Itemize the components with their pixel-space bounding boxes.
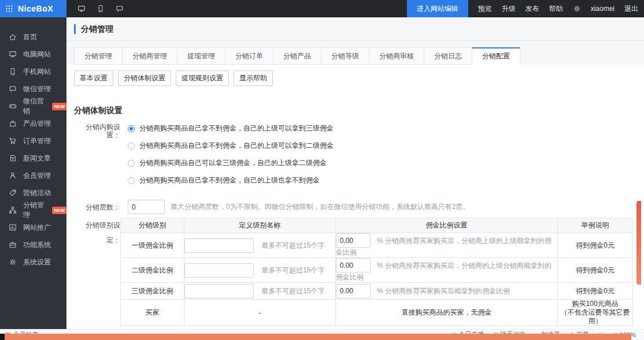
radio-icon[interactable] (128, 177, 135, 184)
bar-chart-icon (9, 223, 17, 231)
sidebar-item-distribution[interactable]: 分销管理 NEW (0, 201, 66, 219)
level3-rate-input[interactable] (336, 284, 371, 298)
tab-bar: 分销管理 分销商管理 提现管理 分销订单 分销产品 分销等级 分销商审核 分销日… (74, 47, 520, 65)
chat-bubble-icon (9, 85, 17, 93)
sidebar-item-pc-site[interactable]: 电脑网站 (0, 46, 66, 63)
table-header-row: 分销级别 定义级别名称 佣金比例设置 举例说明 (121, 218, 633, 233)
tab-logs[interactable]: 分销日志 (424, 47, 472, 65)
withdraw-rules-button[interactable]: 提现规则设置 (176, 70, 229, 86)
radio-option-4[interactable]: 分销商购买商品自己拿不到佣金，自己的上级也拿不到佣金 (128, 175, 334, 185)
section-heading-system: 分销体制设置 (74, 106, 644, 116)
tab-distributor-review[interactable]: 分销商审核 (369, 47, 424, 65)
example-cell: 得到佣金0元 (558, 233, 633, 258)
mobile-site-icon[interactable] (97, 5, 105, 13)
document-icon (9, 154, 17, 162)
level3-name-input[interactable] (184, 284, 254, 298)
inner-purchase-row: 分销内购设置： 分销商购买商品自己拿不到佣金，自己的上级可以拿到三级佣金 分销商… (74, 123, 644, 193)
sidebar-item-home[interactable]: 首页 (0, 28, 66, 46)
distribution-system-settings-button[interactable]: 分销体制设置 (118, 70, 171, 86)
tab-distribution[interactable]: 分销管理 (74, 47, 123, 65)
tab-products[interactable]: 分销产品 (273, 47, 321, 65)
levels-row: 分销层数： 最大分销商层数，0为不限制。因微信分销限制，如在微信使用分销功能，系… (74, 200, 644, 215)
sidebar-item-members[interactable]: 会员管理 (0, 167, 66, 184)
level1-name-input[interactable] (184, 238, 254, 253)
table-row-level2: 二级佣金比例 最多不可超过15个字 % 分销商推荐买家购买后，分销商的上级分销商… (121, 258, 633, 283)
sidebar-item-promotion[interactable]: 网站推广 (0, 219, 66, 236)
subnav: 基本设置 分销体制设置 提现规则设置 显示帮助 (74, 70, 644, 86)
new-badge: NEW (52, 207, 66, 214)
grade-label: 分销级别设定： (74, 218, 120, 248)
tab-config[interactable]: 分销配置 (472, 47, 520, 65)
basic-settings-button[interactable]: 基本设置 (74, 70, 113, 86)
page-header: 分销管理 分销管理 分销商管理 提现管理 分销订单 分销产品 分销等级 分销商审… (66, 17, 644, 65)
app-logo[interactable]: NiceBoX (0, 0, 66, 17)
sidebar-item-marketing[interactable]: 营销活动 (0, 184, 66, 201)
user-icon (9, 171, 17, 180)
upgrade-link[interactable]: 升级 (502, 4, 516, 14)
sidebar-item-settings[interactable]: 系统设置 (0, 253, 66, 271)
radio-option-2[interactable]: 分销商购买商品自己拿不到佣金，自己的上级可以拿到二级佣金 (128, 141, 334, 151)
sidebar-item-orders[interactable]: 订单管理 (0, 132, 66, 150)
grid-menu-icon[interactable] (5, 5, 13, 13)
level2-name-input[interactable] (184, 263, 254, 278)
radio-icon[interactable] (128, 160, 135, 167)
sidebar: 首页 电脑网站 手机网站 微信管理 微信营销 NEW 产品管理 订单管理 新闻文… (0, 17, 66, 329)
logout-link[interactable]: 退出 (624, 4, 638, 14)
topbar: NiceBoX 进入网站编辑 预览 升级 发布 帮助 xiaomei 退出 (0, 0, 644, 17)
tag-icon (9, 189, 17, 197)
sidebar-item-mobile-site[interactable]: 手机网站 (0, 63, 66, 80)
radio-icon[interactable] (128, 143, 135, 150)
sidebar-item-features[interactable]: 功能系统 (0, 236, 66, 253)
tab-withdrawals[interactable]: 提现管理 (177, 47, 225, 65)
grade-setting-row: 分销级别设定： 分销级别 定义级别名称 佣金比例设置 举例说明 一级佣金比例 最… (74, 218, 644, 326)
main-content: 分销管理 分销管理 分销商管理 提现管理 分销订单 分销产品 分销等级 分销商审… (66, 17, 644, 329)
tab-levels[interactable]: 分销等级 (321, 47, 369, 65)
wechat-chat-icon[interactable] (116, 5, 124, 13)
side-float-tab[interactable] (636, 201, 641, 285)
level1-rate-input[interactable] (336, 233, 371, 248)
home-icon (9, 33, 17, 41)
radio-option-3[interactable]: 分销商购买商品自己可以拿三级佣金，自己的上级拿二级佣金 (128, 158, 334, 168)
table-row-level1: 一级佣金比例 最多不可超过15个字 % 分销商推荐买家购买后，分销商上级的上级能… (121, 233, 633, 258)
page-title: 分销管理 (74, 24, 113, 34)
table-row-buyer: 买家 - 直接购买商品的买家，无佣金 购买100元商品 （不包含运费等其它费用） (121, 300, 633, 326)
radio-selected-icon[interactable] (128, 125, 135, 132)
shopping-bag-icon (9, 119, 17, 128)
levels-input[interactable] (128, 200, 165, 214)
mobile-icon (9, 68, 17, 76)
header-divider (66, 40, 644, 41)
settings-gear-icon[interactable] (573, 5, 581, 13)
preview-link[interactable]: 预览 (478, 4, 492, 14)
enter-site-editor-button[interactable]: 进入网站编辑 (407, 0, 468, 17)
logo-text: NiceBoX (18, 4, 53, 13)
briefcase-icon (9, 241, 17, 249)
table-row-level3: 三级佣金比例 最多不可超过15个字 % 分销商推荐买家购买后能拿到的佣金比例 得… (121, 283, 633, 300)
sidebar-item-news[interactable]: 新闻文章 (0, 150, 66, 167)
example-cell: 得到佣金0元 (558, 283, 633, 300)
grade-table: 分销级别 定义级别名称 佣金比例设置 举例说明 一级佣金比例 最多不可超过15个… (120, 218, 633, 326)
sidebar-item-wechat[interactable]: 微信管理 (0, 80, 66, 98)
corner-square (0, 334, 5, 340)
gear-icon (9, 258, 17, 266)
help-link[interactable]: 帮助 (549, 4, 563, 14)
level2-rate-input[interactable] (336, 258, 371, 272)
gamepad-icon (9, 102, 17, 110)
example-cell: 得到佣金0元 (558, 258, 633, 283)
sidebar-item-wechat-marketing[interactable]: 微信营销 NEW (0, 98, 66, 115)
new-badge: NEW (52, 103, 66, 110)
tab-orders[interactable]: 分销订单 (225, 47, 273, 65)
levels-hint: 最大分销商层数，0为不限制。因微信分销限制，如在微信使用分销功能，系统默认最高只… (171, 200, 469, 214)
sidebar-item-products[interactable]: 产品管理 (0, 115, 66, 132)
publish-link[interactable]: 发布 (525, 4, 539, 14)
radio-option-1[interactable]: 分销商购买商品自己拿不到佣金，自己的上级可以拿到三级佣金 (128, 124, 334, 133)
desktop-site-icon[interactable] (77, 5, 86, 13)
tab-distributors[interactable]: 分销商管理 (122, 47, 177, 65)
buyer-example-cell: 购买100元商品 （不包含运费等其它费用） (558, 300, 633, 326)
cart-icon (9, 137, 17, 145)
username[interactable]: xiaomei (591, 5, 615, 13)
show-help-button[interactable]: 显示帮助 (234, 70, 273, 86)
inner-purchase-options: 分销商购买商品自己拿不到佣金，自己的上级可以拿到三级佣金 分销商购买商品自己拿不… (128, 124, 334, 193)
desktop-icon (9, 50, 17, 58)
orange-bottom-bar (5, 334, 631, 340)
config-panel: 基本设置 分销体制设置 提现规则设置 显示帮助 分销体制设置 分销内购设置： 分… (66, 65, 644, 329)
